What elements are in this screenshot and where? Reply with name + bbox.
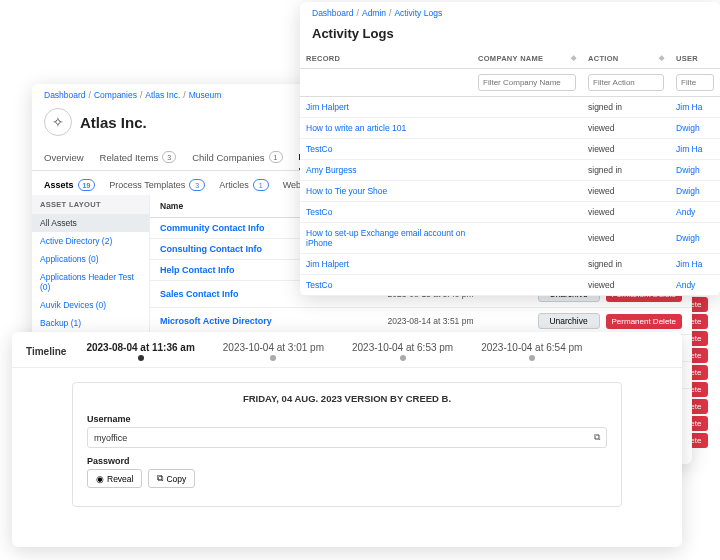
breadcrumb-item[interactable]: Companies: [94, 90, 137, 100]
username-value: myoffice: [94, 433, 127, 443]
record-link[interactable]: How to Tie your Shoe: [300, 181, 472, 202]
user-link[interactable]: Dwigh: [670, 223, 720, 254]
table-row: How to set-up Exchange email account on …: [300, 223, 720, 254]
breadcrumb-item[interactable]: Admin: [362, 8, 386, 18]
eye-icon: ◉: [96, 474, 104, 484]
user-link[interactable]: Jim Ha: [670, 254, 720, 275]
record-link[interactable]: Jim Halpert: [300, 97, 472, 118]
copy-icon[interactable]: ⧉: [594, 432, 600, 443]
action-cell: viewed: [582, 202, 670, 223]
col-record[interactable]: RECORD: [300, 49, 472, 69]
user-link[interactable]: Andy: [670, 275, 720, 296]
table-row: Amy Burgesssigned inDwigh: [300, 160, 720, 181]
action-cell: viewed: [582, 118, 670, 139]
filter-action-input[interactable]: [588, 74, 664, 91]
col-user[interactable]: USER: [670, 49, 720, 69]
user-link[interactable]: Dwigh: [670, 181, 720, 202]
unarchive-button[interactable]: Unarchive: [538, 313, 600, 329]
subtab-assets[interactable]: Assets19: [44, 179, 95, 191]
sidebar-item[interactable]: Backup (1): [32, 314, 149, 332]
company-name: Atlas Inc.: [80, 114, 147, 131]
permanent-delete-button[interactable]: Permanent Delete: [606, 314, 682, 329]
sidebar-item[interactable]: Auvik Devices (0): [32, 296, 149, 314]
breadcrumb-item[interactable]: Activity Logs: [394, 8, 442, 18]
table-row: Jim Halpertsigned inJim Ha: [300, 97, 720, 118]
tab-overview[interactable]: Overview: [44, 144, 84, 170]
activity-table: RECORD COMPANY NAME◆ ACTION◆ USER Jim Ha…: [300, 49, 720, 296]
user-link[interactable]: Andy: [670, 202, 720, 223]
asset-date: 2023-08-14 at 3:51 pm: [388, 316, 538, 326]
timeline-label: Timeline: [26, 346, 66, 357]
table-row: How to Tie your ShoeviewedDwigh: [300, 181, 720, 202]
user-link[interactable]: Jim Ha: [670, 139, 720, 160]
table-row: TestCoviewedAndy: [300, 202, 720, 223]
user-link[interactable]: Jim Ha: [670, 97, 720, 118]
record-link[interactable]: TestCo: [300, 139, 472, 160]
user-link[interactable]: Dwigh: [670, 160, 720, 181]
copy-icon: ⧉: [157, 473, 163, 484]
col-company[interactable]: COMPANY NAME◆: [472, 49, 582, 69]
version-header: FRIDAY, 04 AUG. 2023 VERSION BY CREED B.: [87, 393, 607, 404]
action-cell: signed in: [582, 254, 670, 275]
sort-icon: ◆: [659, 54, 664, 62]
timeline-bar: Timeline 2023-08-04 at 11:36 am2023-10-0…: [12, 332, 682, 368]
action-cell: signed in: [582, 160, 670, 181]
breadcrumb-item[interactable]: Atlas Inc.: [145, 90, 180, 100]
action-cell: viewed: [582, 275, 670, 296]
record-link[interactable]: How to write an article 101: [300, 118, 472, 139]
record-link[interactable]: TestCo: [300, 202, 472, 223]
action-cell: viewed: [582, 139, 670, 160]
user-link[interactable]: Dwigh: [670, 118, 720, 139]
timeline-point[interactable]: 2023-10-04 at 6:54 pm: [481, 342, 582, 361]
sidebar-item[interactable]: Applications Header Test (0): [32, 268, 149, 296]
sidebar-item[interactable]: All Assets: [32, 214, 149, 232]
version-card: FRIDAY, 04 AUG. 2023 VERSION BY CREED B.…: [72, 382, 622, 507]
record-link[interactable]: How to set-up Exchange email account on …: [300, 223, 472, 254]
breadcrumb-item[interactable]: Dashboard: [312, 8, 354, 18]
filter-company-input[interactable]: [478, 74, 576, 91]
sort-icon: ◆: [571, 54, 576, 62]
sidebar-header: ASSET LAYOUT: [32, 195, 149, 214]
breadcrumb-item[interactable]: Museum: [189, 90, 222, 100]
breadcrumb: Dashboard/Admin/Activity Logs: [300, 2, 720, 22]
compass-icon: ✧: [44, 108, 72, 136]
record-link[interactable]: Jim Halpert: [300, 254, 472, 275]
username-field: myoffice ⧉: [87, 427, 607, 448]
timeline-point[interactable]: 2023-10-04 at 3:01 pm: [223, 342, 324, 361]
timeline-point[interactable]: 2023-10-04 at 6:53 pm: [352, 342, 453, 361]
activity-panel: Dashboard/Admin/Activity Logs Activity L…: [300, 2, 720, 296]
activity-title: Activity Logs: [300, 22, 720, 49]
reveal-button[interactable]: ◉Reveal: [87, 469, 142, 488]
table-row: How to write an article 101viewedDwigh: [300, 118, 720, 139]
tab-related-items[interactable]: Related Items3: [100, 144, 177, 170]
breadcrumb-item[interactable]: Dashboard: [44, 90, 86, 100]
timeline-panel: Timeline 2023-08-04 at 11:36 am2023-10-0…: [12, 332, 682, 547]
record-link[interactable]: TestCo: [300, 275, 472, 296]
password-label: Password: [87, 456, 607, 466]
table-row: Microsoft Active Directory2023-08-14 at …: [150, 308, 692, 335]
record-link[interactable]: Amy Burgess: [300, 160, 472, 181]
action-cell: signed in: [582, 97, 670, 118]
subtab-articles[interactable]: Articles1: [219, 179, 269, 191]
subtab-process-templates[interactable]: Process Templates3: [109, 179, 205, 191]
filter-user-input[interactable]: [676, 74, 714, 91]
tab-child-companies[interactable]: Child Companies1: [192, 144, 282, 170]
action-cell: viewed: [582, 223, 670, 254]
action-cell: viewed: [582, 181, 670, 202]
col-action[interactable]: ACTION◆: [582, 49, 670, 69]
table-row: TestCoviewedAndy: [300, 275, 720, 296]
sidebar-item[interactable]: Active Directory (2): [32, 232, 149, 250]
timeline-point[interactable]: 2023-08-04 at 11:36 am: [86, 342, 194, 361]
asset-link[interactable]: Microsoft Active Directory: [160, 316, 388, 326]
username-label: Username: [87, 414, 607, 424]
table-row: TestCoviewedJim Ha: [300, 139, 720, 160]
copy-button[interactable]: ⧉Copy: [148, 469, 195, 488]
table-row: Jim Halpertsigned inJim Ha: [300, 254, 720, 275]
sidebar-item[interactable]: Applications (0): [32, 250, 149, 268]
